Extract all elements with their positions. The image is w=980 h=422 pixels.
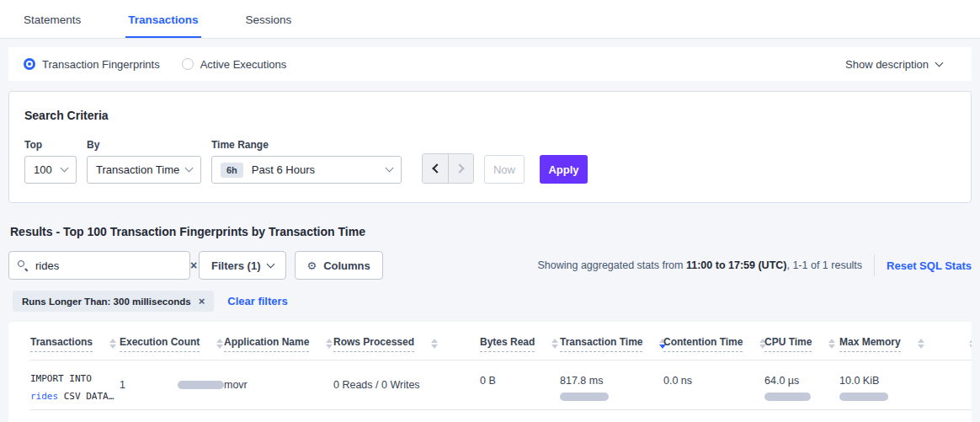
search-criteria-card: Search Criteria Top 100 By Transaction T… <box>8 91 972 203</box>
by-value: Transaction Time <box>96 163 179 176</box>
max-memory-cell: 10.0 KiB <box>839 361 964 409</box>
radio-selected-icon <box>24 58 35 70</box>
view-toggle-bar: Transaction Fingerprints Active Executio… <box>8 47 972 81</box>
filter-pill-label: Runs Longer Than: 300 milliseconds <box>22 296 191 307</box>
time-range-value: Past 6 Hours <box>252 163 315 176</box>
time-range-field: Time Range 6h Past 6 Hours <box>211 139 402 184</box>
column-header-contention-time[interactable]: Contention Time <box>663 336 764 352</box>
transaction-fingerprint-cell: IMPORT INTO rides CSV DATA… <box>30 361 120 409</box>
radio-unselected-icon <box>182 58 194 70</box>
gear-icon: ⚙ <box>307 259 317 272</box>
sort-icon[interactable] <box>551 339 558 349</box>
search-criteria-title: Search Criteria <box>24 109 956 122</box>
chevron-left-icon <box>432 163 441 173</box>
column-header-execution-count[interactable]: Execution Count <box>120 336 224 352</box>
top-value: 100 <box>34 163 52 176</box>
next-time-button[interactable] <box>448 154 473 183</box>
columns-label: Columns <box>323 259 370 272</box>
application-name-cell: movr <box>224 361 333 409</box>
transaction-time-bar <box>560 393 609 401</box>
chevron-down-icon <box>935 58 944 67</box>
transaction-link[interactable]: rides <box>30 391 58 402</box>
filter-pill: Runs Longer Than: 300 milliseconds × <box>13 291 214 312</box>
execution-count-cell: 1 <box>120 361 224 409</box>
column-header-application-name[interactable]: Application Name <box>224 336 333 352</box>
time-step-controls <box>422 153 474 184</box>
chevron-down-icon <box>185 164 194 173</box>
table-header-row: Transactions Execution Count Application… <box>30 336 972 361</box>
table-row: IMPORT INTO rides CSV DATA… 1 movr 0 Rea… <box>30 361 972 410</box>
top-label: Top <box>24 139 77 151</box>
top-field: Top 100 <box>24 139 77 184</box>
column-header-transaction-time[interactable]: Transaction Time <box>560 336 663 352</box>
filters-label: Filters (1) <box>211 259 261 272</box>
previous-time-button[interactable] <box>423 154 448 183</box>
chevron-down-icon <box>386 164 394 173</box>
sort-icon[interactable] <box>431 339 438 349</box>
chevron-right-icon <box>455 163 464 173</box>
cpu-time-cell: 64.0 µs <box>764 361 839 409</box>
show-description-label: Show description <box>845 58 929 71</box>
remove-filter-icon[interactable]: × <box>199 296 205 307</box>
results-controls: × Filters (1) ⚙ Columns Showing aggregat… <box>8 251 972 280</box>
column-header-transactions[interactable]: Transactions <box>30 336 120 352</box>
by-field: By Transaction Time <box>87 139 201 184</box>
by-label: By <box>87 139 201 151</box>
transaction-time-cell: 817.8 ms <box>560 361 663 409</box>
chevron-down-icon <box>61 164 69 173</box>
by-select[interactable]: Transaction Time <box>87 156 201 184</box>
search-icon <box>18 260 29 271</box>
tab-statements[interactable]: Statements <box>21 13 83 38</box>
column-header-rows-processed[interactable]: Rows Processed <box>333 336 480 352</box>
tab-transactions[interactable]: Transactions <box>125 13 200 38</box>
show-description-toggle[interactable]: Show description <box>845 58 942 71</box>
sort-icon[interactable] <box>109 339 116 349</box>
clear-filters-link[interactable]: Clear filters <box>227 295 288 307</box>
results-search-input[interactable] <box>35 259 184 272</box>
radio-active-executions[interactable]: Active Executions <box>182 58 287 71</box>
sort-icon[interactable] <box>326 339 333 349</box>
vertical-divider <box>874 254 875 276</box>
contention-time-cell: 0.0 ns <box>663 361 764 409</box>
sort-icon[interactable] <box>828 339 835 349</box>
results-heading: Results - Top 100 Transaction Fingerprin… <box>8 225 972 238</box>
cpu-time-bar <box>764 393 811 401</box>
time-range-badge: 6h <box>221 163 243 178</box>
page-content: Transaction Fingerprints Active Executio… <box>0 47 980 422</box>
radio-label: Transaction Fingerprints <box>42 58 160 71</box>
top-select[interactable]: 100 <box>24 156 77 184</box>
apply-button[interactable]: Apply <box>540 155 588 184</box>
column-header-truncated[interactable] <box>964 336 972 352</box>
max-memory-bar <box>839 393 888 401</box>
active-filters-row: Runs Longer Than: 300 milliseconds × Cle… <box>8 291 972 312</box>
sort-icon[interactable] <box>216 339 223 349</box>
reset-sql-stats-link[interactable]: Reset SQL Stats <box>887 259 972 272</box>
stats-period: 11:00 to 17:59 (UTC) <box>686 259 786 271</box>
columns-button[interactable]: ⚙ Columns <box>295 251 383 280</box>
now-button[interactable]: Now <box>484 155 525 184</box>
radio-label: Active Executions <box>200 58 287 71</box>
column-header-cpu-time[interactable]: CPU Time <box>764 336 839 352</box>
tab-sessions[interactable]: Sessions <box>243 13 295 38</box>
results-search-box: × <box>8 251 190 280</box>
time-range-select[interactable]: 6h Past 6 Hours <box>211 156 402 184</box>
execution-count-bar <box>178 381 224 389</box>
clear-search-icon[interactable]: × <box>190 259 197 271</box>
column-header-max-memory[interactable]: Max Memory <box>839 336 964 352</box>
bytes-read-cell: 0 B <box>480 361 560 409</box>
aggregated-stats-text: Showing aggregated stats from 11:00 to 1… <box>537 259 862 271</box>
chevron-down-icon <box>266 259 274 268</box>
sort-icon[interactable] <box>969 339 972 349</box>
filters-button[interactable]: Filters (1) <box>199 251 286 280</box>
page-tabs: Statements Transactions Sessions <box>0 0 980 39</box>
results-table: Transactions Execution Count Application… <box>8 322 972 422</box>
column-header-bytes-read[interactable]: Bytes Read <box>480 336 560 352</box>
radio-transaction-fingerprints[interactable]: Transaction Fingerprints <box>24 58 160 71</box>
sort-icon[interactable] <box>918 339 924 349</box>
time-range-label: Time Range <box>211 139 402 151</box>
rows-processed-cell: 0 Reads / 0 Writes <box>333 361 480 409</box>
